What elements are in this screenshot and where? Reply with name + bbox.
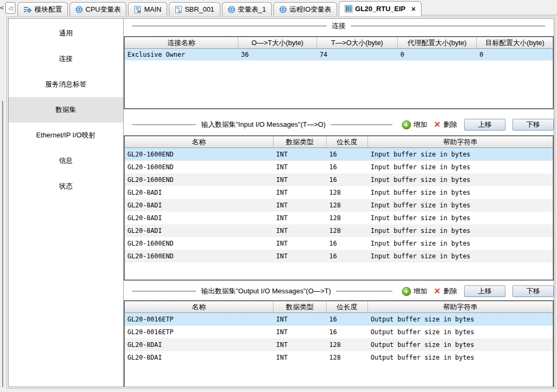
table-row[interactable]: GL20-1600END INT 16 Input buffer size in… [125,237,553,250]
table-row[interactable]: GL20-8DAI INT 128 Output buffer size in … [125,351,553,364]
cell-datatype: INT [273,252,327,260]
add-button-label[interactable]: 增加 [414,286,427,296]
cell-name: GL20-1600END [125,151,273,158]
tab-cpu-variable-table[interactable]: CPU变量表 [70,2,126,16]
column-header: 位长度 [327,136,368,147]
cell-datatype: INT [273,341,327,349]
tab-remote-io-variable-table[interactable]: 远程IO变量表 [273,2,337,16]
delete-button-label[interactable]: 删除 [443,120,457,129]
column-header: 数据类型 [273,301,327,312]
delete-icon[interactable]: ✕ [434,120,441,129]
table-row[interactable]: GL20-0016ETP INT 16 Output buffer size i… [125,326,553,338]
table-row[interactable]: GL20-1600END INT 16 Input buffer size in… [125,161,553,173]
tab-variable-table-1[interactable]: 变量表_1 [222,2,272,16]
cell-proxy-config-size: 0 [398,51,477,58]
svg-text:S: S [178,9,181,13]
cell-helpstring: Input buffer size in bytes [368,151,553,158]
table-row[interactable]: GL20-8ADI INT 128 Input buffer size in b… [125,186,553,199]
cell-bitlength: 128 [327,341,368,349]
move-down-button[interactable]: 下移 [512,119,554,130]
cell-bitlength: 128 [327,189,368,196]
table-row[interactable]: Exclusive Owner 36 74 0 0 [125,49,553,60]
cell-helpstring: Input buffer size in bytes [368,163,553,171]
cell-helpstring: Input buffer size in bytes [368,227,553,234]
cell-bitlength: 16 [327,176,368,184]
clipped-scroll-glyph: < [0,4,4,12]
tab-sbr-001[interactable]: S SBR_001 [169,2,220,16]
delete-button-label[interactable]: 删除 [443,286,457,296]
table-row[interactable]: GL20-1600END INT 16 Input buffer size in… [125,250,553,263]
move-up-button[interactable]: 上移 [464,119,505,130]
cell-datatype: INT [273,354,327,361]
sidebar-item-general[interactable]: 通用 [8,21,123,46]
cell-name: GL20-1600END [125,176,273,184]
tab-label: SBR_001 [185,5,215,13]
cell-bitlength: 128 [327,354,368,361]
cell-datatype: INT [273,163,327,171]
close-icon[interactable]: × [411,5,415,13]
cell-to-size: 74 [317,51,398,58]
move-down-button[interactable]: 下移 [512,285,554,297]
cell-helpstring: Input buffer size in bytes [368,240,553,247]
tab-label: 变量表_1 [238,5,266,14]
sidebar-item-label: 连接 [59,54,73,64]
sidebar-item-service-message-tags[interactable]: 服务消息标签 [8,72,123,97]
cell-bitlength: 16 [327,151,368,158]
cell-name: GL20-8DAI [125,341,273,349]
divider-line [132,25,327,27]
divider-line [331,124,392,125]
add-icon[interactable]: + [402,287,411,296]
sidebar-item-label: 状态 [59,181,73,191]
cell-bitlength: 128 [327,202,368,209]
cell-datatype: INT [273,240,327,247]
add-icon[interactable]: + [402,120,411,129]
table-row[interactable]: GL20-1600END INT 16 Input buffer size in… [125,148,553,161]
sidebar-item-connection[interactable]: 连接 [8,46,123,72]
cell-bitlength: 16 [327,163,368,171]
table-row[interactable]: GL20-8ADI INT 128 Input buffer size in b… [125,224,553,237]
sidebar-item-information[interactable]: 信息 [8,148,123,173]
module-config-icon [23,6,32,13]
add-button-label[interactable]: 增加 [414,120,427,129]
divider-line [132,291,196,292]
column-header: 帮助字符串 [368,136,553,147]
tab-label: CPU变量表 [85,5,121,14]
table-row[interactable]: GL20-1600END INT 16 Input buffer size in… [125,173,553,186]
cell-bitlength: 16 [327,316,368,323]
tab-scroll-left-button[interactable]: ◁ [5,2,15,14]
cell-name: GL20-1600END [125,240,273,247]
move-up-button[interactable]: 上移 [464,285,505,297]
cell-name: GL20-8ADI [125,214,273,222]
tab-main-program[interactable]: M MAIN [128,2,167,16]
sidebar-item-status[interactable]: 状态 [8,173,123,199]
column-header: 位长度 [327,301,368,312]
cell-datatype: INT [273,189,327,196]
sidebar-item-label: 通用 [59,29,73,38]
table-row[interactable]: GL20-8ADI INT 128 Input buffer size in b… [125,199,553,212]
output-dataset-table: 名称 数据类型 位长度 帮助字符串 GL20-0016ETP INT 16 Ou… [124,300,554,387]
sidebar-item-datasets[interactable]: 数据集 [8,97,123,123]
tab-module-config[interactable]: 模块配置 [18,2,68,16]
cell-ot-size: 36 [238,51,317,58]
input-dataset-table-header: 名称 数据类型 位长度 帮助字符串 [125,136,553,148]
cell-helpstring: Output buffer size in bytes [368,316,553,323]
table-row[interactable]: GL20-8DAI INT 128 Output buffer size in … [125,338,553,351]
cell-helpstring: Input buffer size in bytes [368,189,553,196]
cell-datatype: INT [273,176,327,184]
sidebar-item-ethernet-ip-io-mapping[interactable]: Ethernet/IP I/O映射 [8,123,123,148]
cell-helpstring: Input buffer size in bytes [368,202,553,209]
cell-helpstring: Output buffer size in bytes [368,341,553,349]
table-row[interactable]: GL20-8ADI INT 128 Input buffer size in b… [125,212,553,224]
tab-gl20-rtu-eip[interactable]: GL20_RTU_EIP × [339,1,422,16]
divider-line [351,25,545,27]
collapsed-panel-strip[interactable] [0,16,5,392]
column-header: 连接名称 [125,37,238,48]
cell-bitlength: 128 [327,227,368,234]
table-row[interactable]: GL20-0016ETP INT 16 Output buffer size i… [125,313,553,326]
input-dataset-table: 名称 数据类型 位长度 帮助字符串 GL20-1600END INT 16 In… [124,135,554,281]
tab-label: MAIN [144,5,161,13]
cell-target-config-size: 0 [477,51,553,58]
collapsed-panel-scroll-thumb[interactable] [2,101,3,387]
delete-icon[interactable]: ✕ [434,287,441,295]
sidebar-item-label: 服务消息标签 [45,80,87,89]
